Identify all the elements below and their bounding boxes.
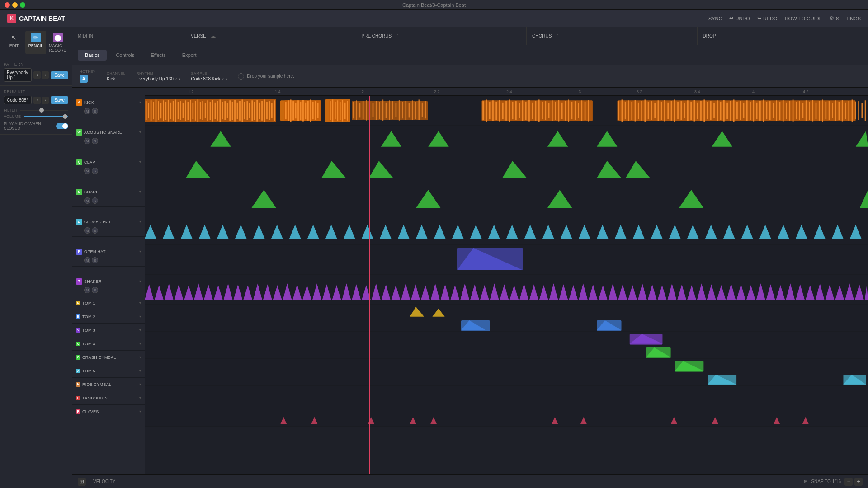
track-row-snare[interactable] [145,185,868,215]
track-row-ride[interactable] [145,386,868,399]
svg-marker-246 [380,225,391,239]
maximize-button[interactable] [20,2,25,8]
verse-cloud-icon[interactable]: ☁ [210,33,216,40]
channel-field: CHANNEL Kick [107,71,126,81]
open-hat-collapse[interactable]: ▾ [139,249,141,253]
track-timeline[interactable]: 1.2 1.4 2 2.2 2.4 3 3.2 3.4 4 4.2 [145,88,868,474]
track-row-tom4[interactable] [145,345,868,359]
verse-options[interactable]: ⋮ [220,33,224,38]
drop-sample-area[interactable]: i Drop your sample here. [238,73,294,80]
magic-record-tool[interactable]: ⬤ MAGIC RECORD [47,31,68,54]
pattern-prev[interactable]: ‹ [33,71,41,79]
tom3-collapse[interactable]: ▾ [139,328,141,332]
tom2-collapse[interactable]: ▾ [139,314,141,319]
svg-rect-42 [242,99,243,122]
drumkit-save-button[interactable]: Save [51,96,68,104]
tom5-collapse[interactable]: ▾ [139,369,141,373]
kick-collapse[interactable]: ▾ [139,100,141,104]
pattern-name-display: Everybody Up 1 [4,68,32,82]
pencil-tool[interactable]: ✏ PENCIL [25,31,46,54]
track-row-open-hat[interactable] [145,245,868,275]
closed-hat-collapse[interactable]: ▾ [139,220,141,224]
track-row-closed-hat[interactable] [145,215,868,245]
tab-basics[interactable]: Basics [78,50,107,61]
acoustic-snare-solo[interactable]: S [92,138,98,144]
svg-rect-188 [779,102,781,120]
closed-hat-mute[interactable]: M [84,227,90,234]
track-row-clap[interactable] [145,155,868,185]
shaker-collapse[interactable]: ▾ [139,279,141,283]
crash-collapse[interactable]: ▾ [139,355,141,359]
clap-mute[interactable]: M [84,168,90,174]
tambourine-name: TAMBOURINE [82,396,137,400]
sample-next[interactable]: › [226,76,227,81]
how-to-button[interactable]: HOW-TO GUIDE [785,16,822,21]
window-controls[interactable] [5,2,25,8]
svg-rect-95 [399,100,400,120]
track-row-acoustic-snare[interactable] [145,126,868,155]
undo-button[interactable]: ↩UNDO [729,15,750,21]
snare-solo[interactable]: S [92,197,98,204]
clap-solo[interactable]: S [92,168,98,174]
chorus-options[interactable]: ⋮ [555,33,560,38]
track-row-claves[interactable] [145,413,868,427]
sync-button[interactable]: SYNC [708,16,722,21]
rhythm-next[interactable]: › [179,76,180,81]
track-row-crash[interactable] [145,359,868,372]
pattern-next[interactable]: › [42,71,49,79]
svg-marker-303 [421,285,430,300]
claves-collapse[interactable]: ▾ [139,409,141,413]
track-row-tom3[interactable] [145,332,868,345]
track-row-tom5[interactable] [145,372,868,386]
ride-collapse[interactable]: ▾ [139,382,141,386]
acoustic-snare-collapse[interactable]: ▾ [139,130,141,134]
crash-badge: G [76,355,80,360]
filter-slider[interactable] [20,110,68,111]
shaker-solo[interactable]: S [92,287,98,293]
edit-tool[interactable]: ↖ EDIT [4,31,24,54]
snare-collapse[interactable]: ▾ [139,190,141,194]
tom4-collapse[interactable]: ▾ [139,342,141,346]
pre-chorus-options[interactable]: ⋮ [395,33,400,38]
midi-in-section: MIDI IN [72,27,185,45]
tom1-collapse[interactable]: ▾ [139,301,141,305]
track-row-tambourine[interactable] [145,399,868,413]
tab-export[interactable]: Export [175,50,204,61]
track-row-kick[interactable] [145,96,868,126]
acoustic-snare-mute[interactable]: M [84,138,90,144]
svg-marker-374 [774,417,780,424]
svg-rect-133 [575,101,576,120]
zoom-out-button[interactable]: − [844,478,853,486]
closed-hat-solo[interactable]: S [92,227,98,234]
redo-button[interactable]: ↪REDO [757,15,778,21]
svg-rect-32 [217,101,218,121]
volume-slider[interactable] [24,116,68,117]
rhythm-prev[interactable]: ‹ [175,76,177,81]
open-hat-solo[interactable]: S [92,257,98,263]
kick-solo[interactable]: S [92,108,98,114]
clap-collapse[interactable]: ▾ [139,160,141,164]
minimize-button[interactable] [12,2,18,8]
open-hat-mute[interactable]: M [84,257,90,263]
kick-mute[interactable]: M [84,108,90,114]
svg-rect-121 [535,101,537,121]
track-row-shaker[interactable] [145,275,868,305]
tab-controls[interactable]: Controls [108,50,142,61]
track-row-tom2[interactable] [145,318,868,332]
close-button[interactable] [5,2,10,8]
drumkit-prev[interactable]: ‹ [33,97,41,104]
play-audio-toggle[interactable] [56,123,68,129]
pattern-save-button[interactable]: Save [51,71,68,79]
shaker-mute[interactable]: M [84,287,90,293]
svg-marker-372 [671,417,678,424]
track-row-tom1[interactable] [145,305,868,318]
snare-mute[interactable]: M [84,197,90,204]
settings-button[interactable]: ⚙SETTINGS [830,15,861,21]
drumkit-next[interactable]: › [42,97,49,104]
velocity-label[interactable]: VELOCITY [93,479,115,484]
tambourine-collapse[interactable]: ▾ [139,396,141,400]
tab-effects[interactable]: Effects [143,50,173,61]
sample-prev[interactable]: ‹ [222,76,224,81]
zoom-in-button[interactable]: + [854,478,863,486]
svg-marker-308 [470,284,479,300]
